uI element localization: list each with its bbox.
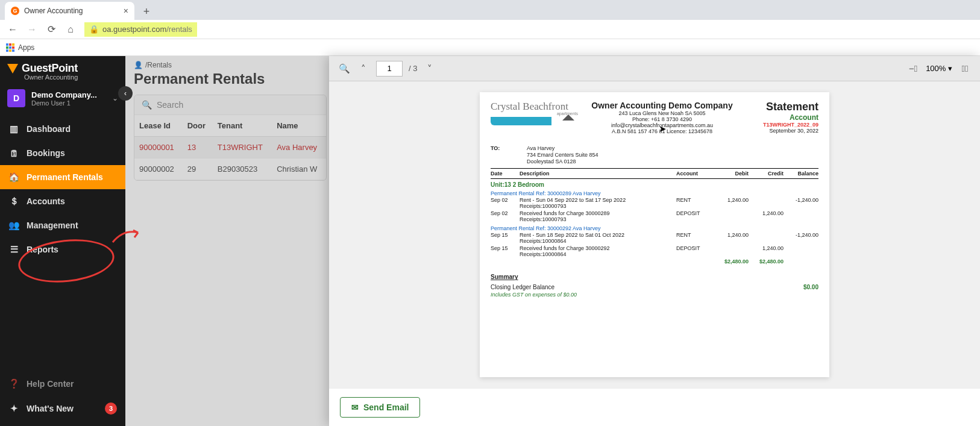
nav-label: Management	[27, 221, 78, 230]
statement-ref: T13WRIGHT_2022_09	[746, 122, 818, 128]
pdf-viewport[interactable]: Crystal Beachfront apartments Owner Acco…	[329, 81, 980, 388]
company-user: Demo User 1	[31, 99, 106, 107]
sidebar-item-permanent-rentals[interactable]: 🏠Permanent Rentals	[0, 165, 125, 189]
house-icon: 🏠	[8, 172, 19, 183]
sidebar-item-management[interactable]: 👥Management	[0, 213, 125, 237]
reload-button[interactable]: ⟳	[43, 22, 59, 37]
to-addr2: Dooleystad SA 0128	[527, 158, 598, 165]
nav-label: Accounts	[27, 196, 65, 206]
logo-text: Crystal Beachfront	[491, 101, 578, 113]
nav-label: Permanent Rentals	[27, 172, 103, 182]
zoom-out-button[interactable]: −⃝	[906, 62, 920, 75]
wave-icon	[491, 117, 578, 125]
line-item: Sep 02 Rent - Sun 04 Sep 2022 to Sat 17 …	[491, 196, 818, 210]
sidebar-item-bookings[interactable]: 🗓Bookings	[0, 141, 125, 165]
dollar-icon: ＄	[8, 196, 19, 207]
sidebar-item-whats-new[interactable]: ✦What's New3	[0, 396, 125, 421]
th-acc: Account	[676, 171, 714, 177]
forward-button[interactable]: →	[24, 22, 40, 37]
th-deb: Debit	[714, 171, 749, 177]
line-item: Sep 15 Rent - Sun 18 Sep 2022 to Sat 01 …	[491, 231, 818, 245]
url-display[interactable]: 🔒 oa.guestpoint.com/rentals	[84, 22, 197, 37]
statement-logo: Crystal Beachfront apartments	[491, 101, 578, 125]
sidebar-item-accounts[interactable]: ＄Accounts	[0, 189, 125, 213]
to-label: TO:	[491, 145, 509, 164]
company-switcher[interactable]: D Demo Company... Demo User 1 ⌄	[0, 84, 125, 112]
company-email: info@crystalbeachfrontapartments.com.au	[578, 122, 746, 128]
calendar-icon: 🗓	[8, 148, 19, 158]
close-icon[interactable]: ×	[124, 6, 128, 16]
pdf-page-input[interactable]	[376, 61, 403, 77]
statement-date: September 30, 2022	[746, 128, 818, 134]
gst-note: Includes GST on expenses of $0.00	[491, 292, 818, 298]
nav-label: Reports	[27, 245, 58, 254]
tab-title: Owner Accounting	[24, 7, 83, 15]
url-host: oa.guestpoint.com	[102, 25, 166, 34]
chevron-down-icon: ⌄	[112, 94, 118, 102]
bar-chart-icon: ▥	[8, 124, 19, 134]
company-addr: 243 Luca Glens New Noah SA 5005	[578, 110, 746, 116]
to-name: Ava Harvey	[527, 145, 598, 152]
notification-badge: 3	[105, 403, 117, 415]
lock-icon: 🔒	[89, 25, 99, 34]
nav-label: Dashboard	[27, 124, 71, 134]
zoom-in-button[interactable]: ＋⃝	[958, 62, 972, 75]
mail-icon: ✉	[351, 403, 359, 412]
company-name: Demo Company...	[31, 90, 106, 99]
sidebar-item-help[interactable]: ❓Help Center	[0, 372, 125, 396]
new-tab-button[interactable]: +	[138, 3, 155, 20]
nav-label: Help Center	[27, 379, 74, 389]
main-content: 👤 /Rentals Permanent Rentals 🔍 Search Le…	[125, 56, 980, 426]
url-path: /rentals	[166, 25, 192, 34]
pdf-next-page-button[interactable]: ˅	[423, 62, 436, 75]
zoom-level[interactable]: 100% ▾	[926, 64, 952, 73]
company-phone: Phone: +61 8 3730 4290	[578, 116, 746, 122]
statement-table: Date Description Account Debit Credit Ba…	[491, 168, 818, 265]
brand-sub: Owner Accounting	[24, 74, 118, 81]
browser-tab[interactable]: G Owner Accounting ×	[5, 2, 134, 20]
th-date: Date	[491, 171, 520, 177]
statement-to: TO: Ava Harvey 734 Emard Centers Suite 8…	[491, 145, 818, 164]
pdf-page: Crystal Beachfront apartments Owner Acco…	[480, 92, 829, 377]
collapse-sidebar-button[interactable]: ‹	[118, 86, 133, 101]
favicon-icon: G	[11, 7, 19, 15]
company-abn: A.B.N 581 157 476 81 Licence: 12345678	[578, 128, 746, 134]
document-icon: ☰	[8, 244, 19, 255]
statement-meta: Statement Account T13WRIGHT_2022_09 Sept…	[746, 101, 818, 134]
nav-label: What's New	[27, 404, 74, 413]
pdf-page-total: / 3	[409, 64, 417, 73]
home-button[interactable]: ⌂	[63, 22, 78, 37]
th-desc: Description	[520, 171, 676, 177]
back-button[interactable]: ←	[5, 22, 20, 37]
bookmarks-bar: Apps	[0, 39, 980, 56]
pdf-search-icon[interactable]: 🔍	[338, 62, 351, 75]
sidebar-item-reports[interactable]: ☰Reports	[0, 237, 125, 262]
browser-tab-strip: G Owner Accounting × +	[0, 0, 980, 20]
statement-title: Statement	[746, 101, 818, 113]
sidebar-item-dashboard[interactable]: ▥Dashboard	[0, 117, 125, 141]
closing-balance: Closing Ledger Balance $0.00	[491, 284, 818, 290]
statement-drawer: 🔍 ˄ / 3 ˅ −⃝ 100% ▾ ＋⃝ Crystal Beachfron…	[329, 56, 980, 426]
brand-name: GuestPoint	[22, 62, 78, 75]
line-item: Sep 15 Received funds for Charge 3000029…	[491, 245, 818, 258]
company-avatar: D	[7, 89, 25, 107]
summary-heading: Summary	[491, 274, 818, 280]
unit-row: Unit:13 2 Bedroom	[491, 181, 818, 188]
statement-company: Owner Accounting Demo Company 243 Luca G…	[578, 101, 746, 134]
statement-account-label: Account	[746, 113, 818, 122]
pdf-prev-page-button[interactable]: ˄	[357, 62, 370, 75]
ref-row: Permanent Rental Ref: 30000292 Ava Harve…	[491, 225, 818, 231]
apps-icon[interactable]	[6, 43, 14, 52]
line-item: Sep 02 Received funds for Charge 3000028…	[491, 210, 818, 223]
pdf-toolbar: 🔍 ˄ / 3 ˅ −⃝ 100% ▾ ＋⃝	[329, 56, 980, 81]
send-email-button[interactable]: ✉ Send Email	[340, 397, 420, 418]
th-bal: Balance	[784, 171, 818, 177]
sparkle-icon: ✦	[8, 403, 19, 414]
th-cred: Credit	[749, 171, 784, 177]
nav-label: Bookings	[27, 148, 65, 158]
totals-row: $2,480.00 $2,480.00	[491, 258, 818, 265]
company-name: Owner Accounting Demo Company	[578, 101, 746, 110]
logo-icon	[7, 64, 18, 74]
send-email-label: Send Email	[363, 403, 409, 412]
apps-label[interactable]: Apps	[18, 43, 34, 52]
